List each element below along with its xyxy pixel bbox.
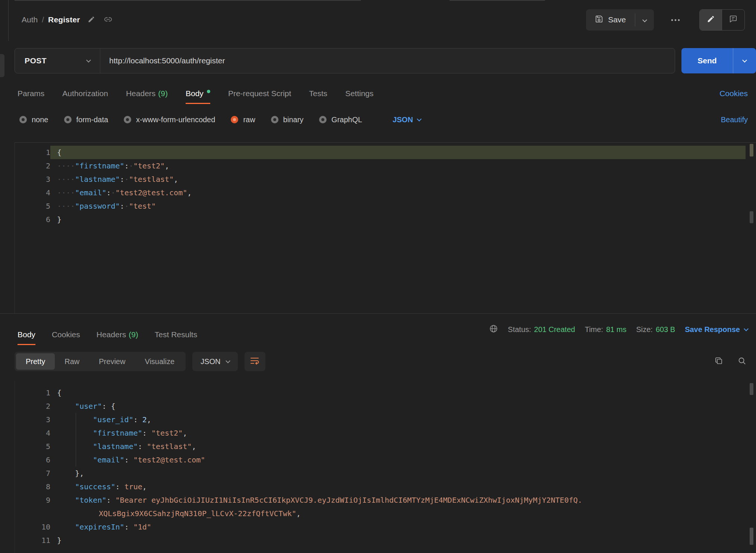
breadcrumb-separator: / [42,15,44,24]
tab-headers[interactable]: Headers(9) [126,89,168,104]
comments-button[interactable] [722,10,744,30]
response-language-select[interactable]: JSON [192,352,238,371]
edit-mode-button[interactable] [700,10,722,30]
line-number: 7 [15,467,50,480]
body-type-none[interactable]: none [19,116,48,124]
method-select[interactable]: POST [15,48,100,73]
wrap-text-icon [250,357,260,366]
tab-strip-line [15,0,361,1]
rename-request-button[interactable] [88,16,95,24]
tab-label: Headers [97,330,126,339]
line-number: 1 [15,386,50,399]
tab-authorization[interactable]: Authorization [62,89,108,104]
response-tab-body[interactable]: Body [18,330,35,345]
line-number: 5 [15,440,50,453]
tab-body[interactable]: Body [186,89,210,104]
breadcrumb-collection[interactable]: Auth [22,15,38,24]
line-number: 2 [15,399,50,413]
time-pair: Time:81 ms [585,325,627,334]
copy-response-button[interactable] [714,356,723,367]
raw-language-select[interactable]: JSON [393,116,420,124]
code-line: 5 "lastname": "testlast", [15,440,756,453]
breadcrumb: Auth / Register [22,15,80,24]
response-meta-row: Body Cookies Headers(9) Test Results Sta… [0,314,756,345]
tab-label: Cookies [52,330,80,339]
chevron-down-icon [417,117,422,121]
save-button-label: Save [608,15,626,24]
search-response-button[interactable] [737,356,746,367]
radio-icon [124,116,131,123]
body-type-raw[interactable]: raw [231,116,255,124]
radio-label: GraphQL [331,116,362,124]
code-line: 6 "email": "test2@test.com" [15,453,756,467]
save-response-label: Save Response [685,325,740,334]
tab-label: Params [18,89,44,98]
code-text: } [50,534,746,547]
code-line: 5····"password":·"test" [15,199,756,213]
beautify-link[interactable]: Beautify [721,116,756,124]
tab-params[interactable]: Params [18,89,44,104]
response-tools [714,356,746,367]
code-line: 2 "user": { [15,399,756,413]
view-visualize[interactable]: Visualize [135,353,184,370]
code-text: ····"firstname":·"test2", [50,159,746,173]
body-type-graphql[interactable]: GraphQL [319,116,362,124]
status-value: 201 Created [534,325,575,334]
radio-label: none [32,116,48,124]
response-tab-headers[interactable]: Headers(9) [97,330,138,345]
sidebar-handle[interactable] [0,54,4,77]
wrap-lines-button[interactable] [245,352,265,371]
tab-label: Body [186,89,204,98]
url-field-wrap [100,48,675,73]
cookies-link[interactable]: Cookies [719,89,756,104]
code-line: 1{ [15,146,756,159]
tab-label: Headers [126,89,155,98]
tab-tests[interactable]: Tests [309,89,327,104]
line-number: 3 [15,413,50,426]
more-options-button[interactable] [667,12,684,28]
method-value: POST [25,56,47,65]
size-pair: Size:603 B [636,325,675,334]
sidebar-edge-line [8,0,9,41]
line-number: 4 [15,186,50,199]
radio-icon [64,116,72,123]
radio-selected-icon [231,116,238,123]
tab-settings[interactable]: Settings [345,89,374,104]
code-text: "email": "test2@test.com" [50,453,746,467]
request-body-editor[interactable]: 1{2····"firstname":·"test2",3····"lastna… [15,142,756,313]
body-type-form-data[interactable]: form-data [64,116,108,124]
code-line: 1{ [15,386,756,399]
view-pretty[interactable]: Pretty [16,353,55,370]
send-button[interactable]: Send [681,48,733,73]
pencil-icon [88,16,95,24]
code-text: }, [50,467,746,480]
tab-pre-request-script[interactable]: Pre-request Script [228,89,291,104]
line-number: 5 [15,199,50,213]
tab-strip-edge [0,0,756,4]
request-url-group: POST [15,48,675,73]
body-type-urlencoded[interactable]: x-www-form-urlencoded [124,116,215,124]
time-label: Time: [585,325,603,334]
response-tab-cookies[interactable]: Cookies [52,330,80,345]
url-input[interactable] [108,56,667,66]
save-options-button[interactable] [635,9,654,31]
scrollbar-mark [750,528,753,545]
chevron-down-icon [86,58,91,63]
comment-icon [729,15,737,25]
pencil-icon [707,15,715,25]
response-body-editor[interactable]: 1{2 "user": {3 "user_id": 2,4 "firstname… [15,381,756,553]
view-preview[interactable]: Preview [89,353,135,370]
scrollbar-mark [750,144,753,157]
body-type-binary[interactable]: binary [271,116,303,124]
send-options-button[interactable] [733,48,756,73]
copy-link-button[interactable] [104,15,112,25]
save-response-button[interactable]: Save Response [685,325,748,334]
response-tab-test-results[interactable]: Test Results [155,330,197,345]
tab-label: Tests [309,89,327,98]
view-raw[interactable]: Raw [55,353,89,370]
network-globe-icon[interactable] [489,324,498,335]
line-number: 1 [15,146,50,159]
save-button[interactable]: Save [586,9,635,31]
line-number: 3 [15,173,50,186]
size-value: 603 B [656,325,675,334]
